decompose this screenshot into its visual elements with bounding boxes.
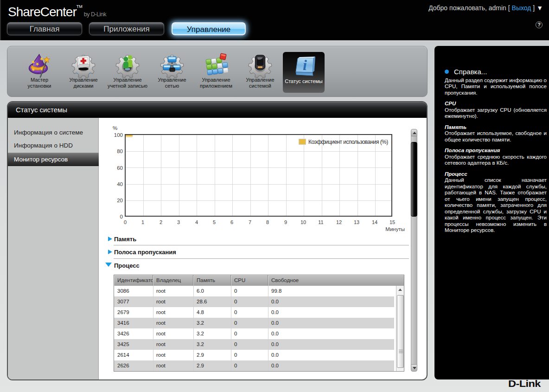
svg-text:i: i [303,57,307,73]
